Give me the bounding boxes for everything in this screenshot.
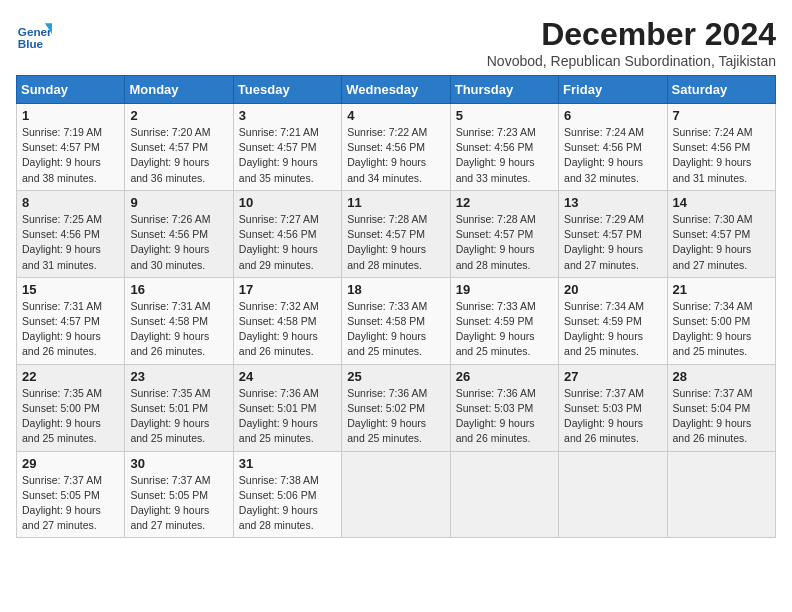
day-info: Sunrise: 7:37 AMSunset: 5:03 PMDaylight:…: [564, 387, 644, 445]
day-info: Sunrise: 7:32 AMSunset: 4:58 PMDaylight:…: [239, 300, 319, 358]
day-number: 11: [347, 195, 444, 210]
calendar-cell: 1 Sunrise: 7:19 AMSunset: 4:57 PMDayligh…: [17, 104, 125, 191]
calendar-cell: 28 Sunrise: 7:37 AMSunset: 5:04 PMDaylig…: [667, 364, 775, 451]
day-info: Sunrise: 7:28 AMSunset: 4:57 PMDaylight:…: [456, 213, 536, 271]
logo-icon: General Blue: [16, 16, 52, 52]
logo: General Blue: [16, 16, 52, 52]
day-number: 31: [239, 456, 336, 471]
day-info: Sunrise: 7:26 AMSunset: 4:56 PMDaylight:…: [130, 213, 210, 271]
day-number: 18: [347, 282, 444, 297]
day-of-week-header: Monday: [125, 76, 233, 104]
location-subtitle: Novobod, Republican Subordination, Tajik…: [487, 53, 776, 69]
day-info: Sunrise: 7:36 AMSunset: 5:03 PMDaylight:…: [456, 387, 536, 445]
day-number: 21: [673, 282, 770, 297]
day-info: Sunrise: 7:30 AMSunset: 4:57 PMDaylight:…: [673, 213, 753, 271]
day-number: 22: [22, 369, 119, 384]
day-number: 26: [456, 369, 553, 384]
day-info: Sunrise: 7:29 AMSunset: 4:57 PMDaylight:…: [564, 213, 644, 271]
month-title: December 2024: [487, 16, 776, 53]
day-info: Sunrise: 7:35 AMSunset: 5:01 PMDaylight:…: [130, 387, 210, 445]
day-number: 28: [673, 369, 770, 384]
calendar-cell: 24 Sunrise: 7:36 AMSunset: 5:01 PMDaylig…: [233, 364, 341, 451]
day-number: 7: [673, 108, 770, 123]
calendar-table: SundayMondayTuesdayWednesdayThursdayFrid…: [16, 75, 776, 538]
day-of-week-header: Wednesday: [342, 76, 450, 104]
day-number: 5: [456, 108, 553, 123]
day-of-week-header: Friday: [559, 76, 667, 104]
day-info: Sunrise: 7:31 AMSunset: 4:58 PMDaylight:…: [130, 300, 210, 358]
day-number: 4: [347, 108, 444, 123]
calendar-cell: [559, 451, 667, 538]
day-info: Sunrise: 7:28 AMSunset: 4:57 PMDaylight:…: [347, 213, 427, 271]
day-info: Sunrise: 7:33 AMSunset: 4:59 PMDaylight:…: [456, 300, 536, 358]
day-info: Sunrise: 7:25 AMSunset: 4:56 PMDaylight:…: [22, 213, 102, 271]
calendar-cell: 2 Sunrise: 7:20 AMSunset: 4:57 PMDayligh…: [125, 104, 233, 191]
calendar-cell: 13 Sunrise: 7:29 AMSunset: 4:57 PMDaylig…: [559, 190, 667, 277]
calendar-cell: 14 Sunrise: 7:30 AMSunset: 4:57 PMDaylig…: [667, 190, 775, 277]
calendar-cell: 18 Sunrise: 7:33 AMSunset: 4:58 PMDaylig…: [342, 277, 450, 364]
calendar-cell: 6 Sunrise: 7:24 AMSunset: 4:56 PMDayligh…: [559, 104, 667, 191]
calendar-cell: [342, 451, 450, 538]
day-info: Sunrise: 7:35 AMSunset: 5:00 PMDaylight:…: [22, 387, 102, 445]
day-of-week-header: Sunday: [17, 76, 125, 104]
day-number: 25: [347, 369, 444, 384]
day-number: 23: [130, 369, 227, 384]
title-block: December 2024 Novobod, Republican Subord…: [487, 16, 776, 69]
calendar-cell: 12 Sunrise: 7:28 AMSunset: 4:57 PMDaylig…: [450, 190, 558, 277]
day-of-week-header: Saturday: [667, 76, 775, 104]
day-number: 8: [22, 195, 119, 210]
day-info: Sunrise: 7:34 AMSunset: 5:00 PMDaylight:…: [673, 300, 753, 358]
day-of-week-header: Thursday: [450, 76, 558, 104]
calendar-cell: [667, 451, 775, 538]
day-number: 9: [130, 195, 227, 210]
day-info: Sunrise: 7:27 AMSunset: 4:56 PMDaylight:…: [239, 213, 319, 271]
day-number: 24: [239, 369, 336, 384]
calendar-cell: 4 Sunrise: 7:22 AMSunset: 4:56 PMDayligh…: [342, 104, 450, 191]
calendar-cell: 3 Sunrise: 7:21 AMSunset: 4:57 PMDayligh…: [233, 104, 341, 191]
day-number: 15: [22, 282, 119, 297]
svg-text:Blue: Blue: [18, 37, 44, 50]
day-info: Sunrise: 7:38 AMSunset: 5:06 PMDaylight:…: [239, 474, 319, 532]
day-info: Sunrise: 7:36 AMSunset: 5:02 PMDaylight:…: [347, 387, 427, 445]
day-info: Sunrise: 7:23 AMSunset: 4:56 PMDaylight:…: [456, 126, 536, 184]
calendar-cell: 11 Sunrise: 7:28 AMSunset: 4:57 PMDaylig…: [342, 190, 450, 277]
calendar-cell: 15 Sunrise: 7:31 AMSunset: 4:57 PMDaylig…: [17, 277, 125, 364]
day-info: Sunrise: 7:37 AMSunset: 5:05 PMDaylight:…: [22, 474, 102, 532]
day-number: 13: [564, 195, 661, 210]
calendar-cell: 10 Sunrise: 7:27 AMSunset: 4:56 PMDaylig…: [233, 190, 341, 277]
day-info: Sunrise: 7:37 AMSunset: 5:05 PMDaylight:…: [130, 474, 210, 532]
calendar-cell: 5 Sunrise: 7:23 AMSunset: 4:56 PMDayligh…: [450, 104, 558, 191]
day-number: 20: [564, 282, 661, 297]
day-of-week-header: Tuesday: [233, 76, 341, 104]
day-number: 27: [564, 369, 661, 384]
calendar-cell: 8 Sunrise: 7:25 AMSunset: 4:56 PMDayligh…: [17, 190, 125, 277]
calendar-cell: 9 Sunrise: 7:26 AMSunset: 4:56 PMDayligh…: [125, 190, 233, 277]
calendar-cell: 26 Sunrise: 7:36 AMSunset: 5:03 PMDaylig…: [450, 364, 558, 451]
day-info: Sunrise: 7:36 AMSunset: 5:01 PMDaylight:…: [239, 387, 319, 445]
calendar-cell: 19 Sunrise: 7:33 AMSunset: 4:59 PMDaylig…: [450, 277, 558, 364]
day-info: Sunrise: 7:33 AMSunset: 4:58 PMDaylight:…: [347, 300, 427, 358]
calendar-cell: 21 Sunrise: 7:34 AMSunset: 5:00 PMDaylig…: [667, 277, 775, 364]
day-number: 17: [239, 282, 336, 297]
calendar-cell: [450, 451, 558, 538]
day-info: Sunrise: 7:34 AMSunset: 4:59 PMDaylight:…: [564, 300, 644, 358]
calendar-cell: 25 Sunrise: 7:36 AMSunset: 5:02 PMDaylig…: [342, 364, 450, 451]
calendar-cell: 20 Sunrise: 7:34 AMSunset: 4:59 PMDaylig…: [559, 277, 667, 364]
calendar-cell: 31 Sunrise: 7:38 AMSunset: 5:06 PMDaylig…: [233, 451, 341, 538]
day-number: 19: [456, 282, 553, 297]
day-number: 2: [130, 108, 227, 123]
calendar-cell: 17 Sunrise: 7:32 AMSunset: 4:58 PMDaylig…: [233, 277, 341, 364]
calendar-cell: 30 Sunrise: 7:37 AMSunset: 5:05 PMDaylig…: [125, 451, 233, 538]
day-info: Sunrise: 7:31 AMSunset: 4:57 PMDaylight:…: [22, 300, 102, 358]
day-info: Sunrise: 7:19 AMSunset: 4:57 PMDaylight:…: [22, 126, 102, 184]
day-info: Sunrise: 7:20 AMSunset: 4:57 PMDaylight:…: [130, 126, 210, 184]
day-info: Sunrise: 7:37 AMSunset: 5:04 PMDaylight:…: [673, 387, 753, 445]
day-number: 6: [564, 108, 661, 123]
day-number: 30: [130, 456, 227, 471]
calendar-cell: 7 Sunrise: 7:24 AMSunset: 4:56 PMDayligh…: [667, 104, 775, 191]
day-info: Sunrise: 7:21 AMSunset: 4:57 PMDaylight:…: [239, 126, 319, 184]
day-info: Sunrise: 7:24 AMSunset: 4:56 PMDaylight:…: [564, 126, 644, 184]
day-info: Sunrise: 7:22 AMSunset: 4:56 PMDaylight:…: [347, 126, 427, 184]
day-number: 1: [22, 108, 119, 123]
calendar-cell: 16 Sunrise: 7:31 AMSunset: 4:58 PMDaylig…: [125, 277, 233, 364]
